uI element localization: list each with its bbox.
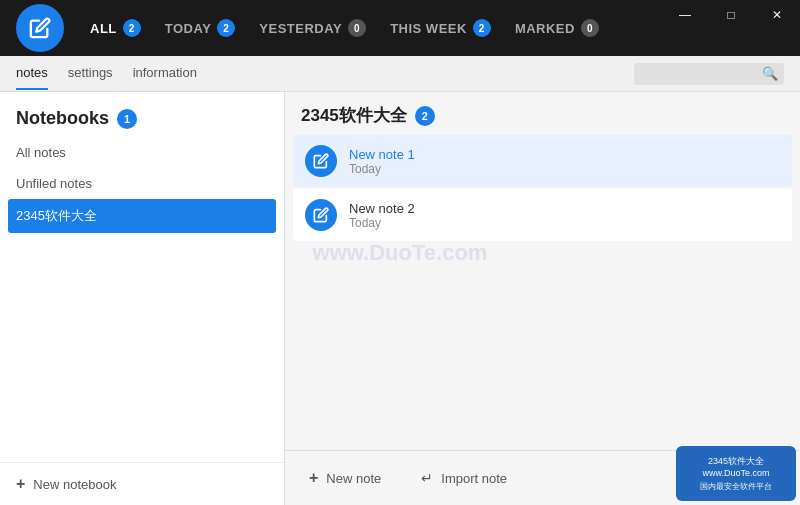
search-input-wrap: 🔍 (634, 63, 784, 85)
note-item[interactable]: New note 1 Today ♡ (293, 135, 792, 187)
subnav-information[interactable]: information (133, 57, 197, 90)
note-icon-1 (305, 145, 337, 177)
pencil-icon (29, 17, 51, 39)
nav-tab-marked[interactable]: MARKED 0 (505, 13, 609, 43)
sidebar-list: All notes Unfiled notes 2345软件大全 (0, 137, 284, 233)
search-icon: 🔍 (762, 66, 778, 81)
plus-icon: + (16, 475, 25, 493)
sidebar-item-2345[interactable]: 2345软件大全 (8, 199, 276, 233)
note-content-2: New note 2 Today (349, 201, 766, 230)
nav-badge-today: 2 (217, 19, 235, 37)
sidebar-item-all-notes[interactable]: All notes (8, 137, 276, 168)
note-item[interactable]: New note 2 Today ♡ (293, 189, 792, 241)
import-icon: ↵ (421, 470, 433, 486)
nav-badge-thisweek: 2 (473, 19, 491, 37)
plus-icon: + (309, 469, 318, 487)
notes-panel-header: 2345软件大全 2 (285, 92, 800, 135)
nav-tab-today[interactable]: TODAY 2 (155, 13, 246, 43)
nav-tab-thisweek[interactable]: THIS WEEK 2 (380, 13, 501, 43)
sidebar-header: Notebooks 1 (0, 92, 284, 137)
note-title-1: New note 1 (349, 147, 766, 162)
logo-button[interactable] (16, 4, 64, 52)
sidebar-badge: 1 (117, 109, 137, 129)
bottom-logo: 2345软件大全www.DuoTe.com国内最安全软件平台 (676, 446, 796, 501)
note-date-1: Today (349, 162, 766, 176)
nav-tab-yesterday[interactable]: YESTERDAY 0 (249, 13, 376, 43)
main-layout: Notebooks 1 All notes Unfiled notes 2345… (0, 92, 800, 505)
new-notebook-label: New notebook (33, 477, 116, 492)
import-note-button[interactable]: ↵ Import note (413, 464, 515, 492)
nav-tab-thisweek-label: THIS WEEK (390, 21, 467, 36)
note-icon-2 (305, 199, 337, 231)
new-note-button[interactable]: + New note (301, 463, 389, 493)
close-button[interactable]: ✕ (754, 0, 800, 30)
note-title-2: New note 2 (349, 201, 766, 216)
nav-tab-marked-label: MARKED (515, 21, 575, 36)
subnav-notes[interactable]: notes (16, 57, 48, 90)
nav-tab-all[interactable]: ALL 2 (80, 13, 151, 43)
new-note-label: New note (326, 471, 381, 486)
subnav-settings[interactable]: settings (68, 57, 113, 90)
new-notebook-button[interactable]: + New notebook (0, 462, 284, 505)
title-bar: — □ ✕ (662, 0, 800, 30)
nav-badge-yesterday: 0 (348, 19, 366, 37)
nav-tab-today-label: TODAY (165, 21, 212, 36)
note-date-2: Today (349, 216, 766, 230)
notes-panel: 2345软件大全 2 New note 1 Today ♡ (285, 92, 800, 505)
sub-navigation: notes settings information 🔍 (0, 56, 800, 92)
bottom-logo-text: 2345软件大全www.DuoTe.com国内最安全软件平台 (700, 455, 772, 493)
pencil-icon (313, 153, 329, 169)
search-area: 🔍 (634, 63, 784, 85)
sidebar-title: Notebooks (16, 108, 109, 129)
nav-badge-marked: 0 (581, 19, 599, 37)
sidebar-item-unfiled-notes[interactable]: Unfiled notes (8, 168, 276, 199)
maximize-button[interactable]: □ (708, 0, 754, 30)
sidebar: Notebooks 1 All notes Unfiled notes 2345… (0, 92, 285, 505)
notes-panel-badge: 2 (415, 106, 435, 126)
nav-tab-yesterday-label: YESTERDAY (259, 21, 342, 36)
notes-panel-title: 2345软件大全 (301, 104, 407, 127)
nav-badge-all: 2 (123, 19, 141, 37)
import-note-label: Import note (441, 471, 507, 486)
minimize-button[interactable]: — (662, 0, 708, 30)
pencil-icon (313, 207, 329, 223)
notes-list: New note 1 Today ♡ New note 2 Today ♡ (285, 135, 800, 450)
nav-tab-all-label: ALL (90, 21, 117, 36)
note-content-1: New note 1 Today (349, 147, 766, 176)
